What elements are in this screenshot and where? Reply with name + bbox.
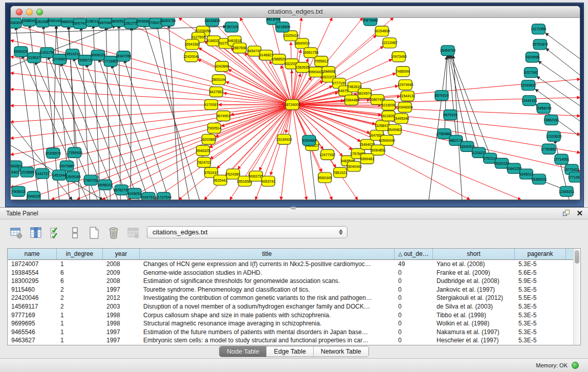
graph-node[interactable]: 12444151 — [521, 96, 537, 106]
graph-node[interactable]: 16906224 — [90, 50, 106, 60]
graph-node[interactable]: 9546325 — [196, 145, 210, 156]
table-row[interactable]: 1456911722003Disruption of a novel membe… — [8, 302, 573, 311]
graph-node[interactable]: 12365211 — [559, 186, 575, 196]
graph-node[interactable]: 15751874 — [532, 39, 548, 50]
graph-node[interactable]: 15958745 — [536, 103, 552, 114]
graph-node[interactable]: 18263758 — [160, 18, 176, 26]
graph-node[interactable]: 16033809 — [204, 18, 220, 26]
table-row[interactable]: 946554611997Estimation of the future num… — [8, 328, 573, 337]
graph-node[interactable]: 7485099 — [396, 67, 410, 77]
graph-node[interactable]: 10946904 — [397, 102, 413, 113]
graph-node[interactable]: 9560345 — [318, 172, 332, 183]
graph-node[interactable]: 19218506 — [275, 22, 291, 32]
graph-node[interactable]: 7900514 — [207, 123, 221, 133]
graph-node[interactable]: 9242848 — [215, 61, 229, 72]
graph-node[interactable]: 8549962 — [388, 124, 402, 135]
graph-node[interactable]: 13862161 — [543, 115, 559, 125]
new-column-icon[interactable] — [86, 225, 102, 241]
graph-node[interactable]: 9063741 — [262, 176, 275, 186]
graph-node[interactable]: 9154469 — [302, 135, 316, 145]
graph-node[interactable]: 10973493 — [391, 52, 407, 62]
graph-node[interactable]: 10975887 — [59, 161, 75, 171]
graph-node[interactable]: 9146821 — [259, 50, 273, 60]
graph-node[interactable]: 1362635 — [295, 62, 309, 73]
show-columns-icon[interactable] — [28, 225, 44, 241]
table-row[interactable]: 2242004622012Investigating the contribut… — [8, 294, 573, 302]
graph-node[interactable]: 3915402 — [11, 167, 19, 177]
citation-network-graph[interactable]: 1872400722226058912750516543362818632893… — [11, 18, 580, 200]
graph-node[interactable]: 9406309 — [11, 18, 22, 28]
graph-node[interactable]: 11737544 — [156, 192, 172, 200]
column-header-pagerank[interactable]: pagerank — [515, 249, 566, 259]
graph-node[interactable]: 1215686 — [20, 167, 34, 177]
graph-node[interactable]: 7851921 — [333, 167, 347, 178]
graph-node[interactable]: 1588520 — [272, 54, 286, 64]
graph-node[interactable]: 16782759 — [114, 185, 129, 195]
graph-node[interactable]: 6579319 — [434, 91, 448, 101]
column-header-year[interactable]: year — [103, 249, 140, 259]
graph-node[interactable]: 9245051 — [128, 188, 142, 199]
table-row[interactable]: 1938455462009Genome-wide association stu… — [8, 269, 573, 277]
close-panel-icon[interactable]: ✕ — [576, 209, 583, 218]
graph-node[interactable]: 20206576 — [45, 148, 61, 158]
network-canvas[interactable]: 1872400722226058912750516543362818632893… — [11, 18, 580, 200]
graph-node[interactable]: 12505185 — [65, 171, 81, 182]
graph-node[interactable]: 10347512 — [141, 192, 157, 200]
table-row[interactable]: 1872400712008Changes of HCN gene express… — [8, 260, 573, 269]
graph-node[interactable]: 9679191 — [443, 110, 457, 120]
column-header-out_de[interactable]: △out_de… — [395, 249, 433, 259]
graph-node[interactable]: 11171955 — [531, 24, 546, 34]
select-all-icon[interactable] — [47, 225, 63, 241]
graph-node[interactable]: 1451944 — [52, 170, 66, 180]
graph-node[interactable]: 22420046 — [183, 52, 199, 62]
graph-node[interactable]: 7624360 — [226, 169, 240, 179]
graph-node[interactable]: 9525442 — [213, 175, 227, 185]
graph-node[interactable]: 9046335 — [27, 191, 40, 200]
graph-node[interactable]: 9369481 — [360, 154, 374, 164]
column-header-short[interactable]: short — [433, 249, 515, 259]
table-row[interactable]: 969969511998Structural magnetic resonanc… — [8, 319, 573, 328]
float-panel-icon[interactable] — [563, 210, 571, 217]
graph-node[interactable]: 2803144 — [212, 75, 226, 85]
graph-node[interactable]: 8427552 — [209, 87, 223, 97]
delete-column-icon[interactable] — [105, 225, 122, 241]
table-row[interactable]: 946362711997Embryonic stem cells: a mode… — [8, 336, 573, 345]
graph-node[interactable]: 14519218 — [64, 49, 80, 59]
graph-node[interactable]: 12103620 — [546, 131, 562, 141]
graph-node[interactable]: 15495340 — [394, 113, 409, 123]
table-row[interactable]: 911546021997Tourette syndrome. Phenomeno… — [8, 286, 573, 294]
graph-node[interactable]: 12093832 — [520, 80, 536, 91]
graph-node[interactable]: 15134910 — [276, 134, 292, 144]
table-mode-icon[interactable] — [8, 225, 25, 241]
graph-node[interactable]: 7905015 — [11, 186, 25, 196]
scrollbar-thumb[interactable] — [575, 250, 579, 264]
delete-table-icon[interactable] — [125, 225, 141, 241]
graph-node[interactable]: 17359928 — [67, 147, 82, 158]
tab-node-table[interactable]: Node Table — [220, 346, 266, 357]
graph-node[interactable]: 9674901 — [216, 111, 230, 121]
graph-node[interactable]: 16958107 — [97, 180, 113, 190]
memory-status-indicator[interactable] — [572, 362, 579, 369]
graph-node[interactable]: 11544131 — [400, 91, 416, 101]
graph-node[interactable]: 11431756 — [39, 48, 55, 58]
graph-node[interactable]: 15040442 — [346, 161, 362, 171]
graph-node[interactable]: 12477932 — [319, 149, 335, 160]
graph-node[interactable]: 7824702 — [197, 157, 211, 167]
graph-node[interactable]: 16154808 — [374, 26, 390, 36]
graph-node[interactable]: 17760861 — [541, 144, 557, 154]
network-window-titlebar[interactable]: citations_edges.txt — [11, 6, 580, 18]
graph-node[interactable]: 20364486 — [343, 95, 359, 105]
graph-node[interactable]: 10590049 — [379, 135, 395, 145]
column-header-name[interactable]: name — [8, 249, 57, 259]
graph-node[interactable]: 12974943 — [398, 80, 413, 90]
graph-node[interactable]: 16454794 — [440, 46, 455, 56]
vertical-scrollbar[interactable] — [573, 249, 580, 345]
split-drag-handle[interactable] — [290, 206, 297, 210]
graph-node[interactable]: 16365201 — [531, 174, 547, 184]
table-row[interactable]: 1830029562008Estimation of significance … — [8, 277, 573, 286]
tab-network-table[interactable]: Network Table — [313, 346, 368, 357]
graph-node[interactable]: 9329968 — [526, 52, 539, 62]
graph-node[interactable]: 7357224 — [225, 22, 238, 32]
graph-node[interactable]: 3624574 — [358, 89, 372, 99]
table-row[interactable]: 977716911998Corpus callosum shape and si… — [8, 311, 573, 320]
